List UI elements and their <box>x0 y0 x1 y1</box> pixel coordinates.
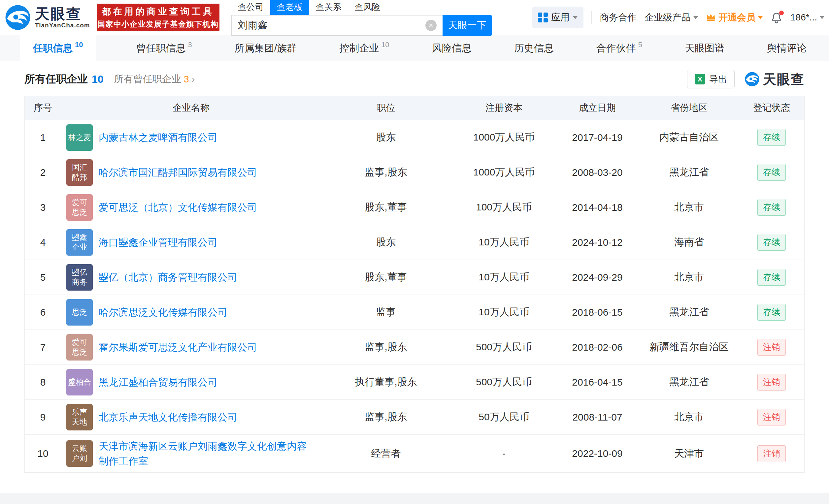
banner-line1: 都在用的商业查询工具 <box>102 6 214 17</box>
nav-tab-历史信息[interactable]: 历史信息 <box>511 35 556 61</box>
caret-down-icon <box>573 16 578 19</box>
company-logo: 林之麦 <box>66 124 93 151</box>
company-name-link[interactable]: 哈尔滨思泛文化传媒有限公司 <box>99 305 227 320</box>
status-badge: 存续 <box>757 129 786 146</box>
export-label: 导出 <box>709 73 727 85</box>
row-number: 2 <box>25 155 61 190</box>
capital-cell: 10万人民币 <box>451 225 557 260</box>
caret-down-icon <box>758 16 763 19</box>
vip-upgrade-link[interactable]: 开通会员 <box>706 11 763 24</box>
company-name-link[interactable]: 天津市滨海新区云账户刘雨鑫数字文化创意内容制作工作室 <box>99 439 314 468</box>
company-logo: 乐声天地 <box>66 404 93 430</box>
notification-dot <box>779 10 784 15</box>
former-positions-link[interactable]: 所有曾任职企业 3 › <box>114 73 195 86</box>
nav-tab-label: 所属集团/族群 <box>235 42 297 55</box>
search-tab-查风险[interactable]: 查风险 <box>348 0 387 15</box>
company-logo: 曌亿商务 <box>66 264 93 290</box>
position-cell: 监事,股东 <box>321 155 451 190</box>
tianyancha-logo[interactable]: 天眼查 TianYanCha.com <box>5 4 90 31</box>
nav-tab-舆情评论[interactable]: 舆情评论 <box>764 35 809 61</box>
excel-icon: X <box>695 74 705 84</box>
column-header: 成立日期 <box>557 96 638 120</box>
nav-tab-曾任职信息[interactable]: 曾任职信息3 <box>134 35 195 61</box>
table-row: 9乐声天地北京乐声天地文化传播有限公司监事,股东50万人民币2008-11-07… <box>25 399 804 434</box>
nav-tab-count: 10 <box>381 41 389 49</box>
nav-tab-count: 5 <box>638 41 642 49</box>
column-header: 企业名称 <box>61 96 321 120</box>
status-cell: 存续 <box>740 190 803 225</box>
company-name-link[interactable]: 海口曌鑫企业管理有限公司 <box>99 235 217 250</box>
business-coop-link[interactable]: 商务合作 <box>600 11 637 24</box>
company-cell: 乐声天地北京乐声天地文化传播有限公司 <box>61 400 321 434</box>
row-number: 4 <box>25 225 61 260</box>
company-logo: 国汇酷邦 <box>66 159 93 186</box>
apps-menu[interactable]: 应用 <box>532 7 583 28</box>
date-cell: 2008-11-07 <box>557 400 638 434</box>
company-logo-text: 国汇 <box>72 163 87 172</box>
search-tab-查公司[interactable]: 查公司 <box>231 0 270 15</box>
nav-tab-所属集团/族群[interactable]: 所属集团/族群 <box>232 35 299 61</box>
section-title: 所有任职企业 <box>25 72 88 86</box>
capital-cell: 1000万人民币 <box>451 120 557 155</box>
export-button[interactable]: X 导出 <box>687 70 734 88</box>
capital-cell: 10万人民币 <box>451 295 557 329</box>
nav-tab-bar: 任职信息10曾任职信息3所属集团/族群控制企业10风险信息历史信息合作伙伴5天眼… <box>0 35 829 61</box>
watermark-brand: 天眼查 <box>745 70 804 88</box>
status-cell: 存续 <box>740 295 803 329</box>
position-cell: 股东 <box>321 120 451 155</box>
enterprise-products-link[interactable]: 企业级产品 <box>645 11 698 24</box>
company-name-link[interactable]: 爱可思泛（北京）文化传媒有限公司 <box>99 200 257 215</box>
positions-table: 序号企业名称职位注册资本成立日期省份地区登记状态 1林之麦内蒙古林之麦啤酒有限公… <box>25 95 804 473</box>
company-name-link[interactable]: 哈尔滨市国汇酷邦国际贸易有限公司 <box>99 165 257 180</box>
capital-cell: - <box>451 435 557 472</box>
status-cell: 注销 <box>740 435 803 472</box>
status-badge: 存续 <box>757 269 786 286</box>
company-cell: 盛柏合黑龙江盛柏合贸易有限公司 <box>61 365 321 399</box>
company-name-link[interactable]: 内蒙古林之麦啤酒有限公司 <box>99 130 217 145</box>
search-tabs: 查公司查老板查关系查风险 <box>231 0 492 15</box>
row-number: 7 <box>25 330 61 364</box>
date-cell: 2017-04-19 <box>557 120 638 155</box>
company-name-link[interactable]: 黑龙江盛柏合贸易有限公司 <box>99 375 217 390</box>
date-cell: 2018-06-15 <box>557 295 638 329</box>
capital-cell: 1000万人民币 <box>451 155 557 190</box>
column-header: 职位 <box>321 96 451 120</box>
nav-tab-合作伙伴[interactable]: 合作伙伴5 <box>594 35 645 61</box>
status-badge: 注销 <box>757 409 786 426</box>
status-cell: 存续 <box>740 155 803 190</box>
logo-domain: TianYanCha.com <box>35 22 90 29</box>
search-button[interactable]: 天眼一下 <box>442 15 492 36</box>
column-header: 注册资本 <box>451 96 557 120</box>
column-header: 省份地区 <box>638 96 740 120</box>
column-header: 登记状态 <box>740 96 803 120</box>
company-name-link[interactable]: 霍尔果斯爱可思泛文化产业有限公司 <box>99 340 257 355</box>
search-row: 刘雨鑫 × 天眼一下 <box>231 15 492 36</box>
company-cell: 曌亿商务曌亿（北京）商务管理有限公司 <box>61 260 321 295</box>
region-cell: 天津市 <box>638 435 740 472</box>
date-cell: 2018-02-06 <box>557 330 638 364</box>
company-name-link[interactable]: 曌亿（北京）商务管理有限公司 <box>99 270 237 285</box>
nav-tab-控制企业[interactable]: 控制企业10 <box>337 35 392 61</box>
tianyancha-eye-icon <box>745 72 760 87</box>
nav-tab-任职信息[interactable]: 任职信息10 <box>20 35 96 61</box>
nav-tab-天眼图谱[interactable]: 天眼图谱 <box>682 35 727 61</box>
row-number: 1 <box>25 120 61 155</box>
status-badge: 存续 <box>757 199 786 216</box>
region-cell: 海南省 <box>638 225 740 260</box>
nav-tab-label: 控制企业 <box>339 42 379 55</box>
account-menu[interactable]: 186*... <box>790 12 824 23</box>
logo-text: 天眼查 TianYanCha.com <box>35 6 90 29</box>
notification-bell-icon[interactable] <box>770 11 783 24</box>
company-logo: 曌鑫企业 <box>66 229 93 256</box>
search-input[interactable]: 刘雨鑫 × <box>231 15 442 36</box>
company-logo: 云账户刘 <box>66 440 93 467</box>
table-row: 1林之麦内蒙古林之麦啤酒有限公司股东1000万人民币2017-04-19内蒙古自… <box>25 120 804 155</box>
company-logo-text: 曌鑫 <box>72 233 87 242</box>
clear-search-icon[interactable]: × <box>425 20 437 31</box>
search-tab-查老板[interactable]: 查老板 <box>270 0 309 15</box>
company-name-link[interactable]: 北京乐声天地文化传播有限公司 <box>99 410 237 425</box>
search-tab-查关系[interactable]: 查关系 <box>309 0 348 15</box>
watermark-brand-label: 天眼查 <box>763 70 804 88</box>
nav-tab-风险信息[interactable]: 风险信息 <box>429 35 474 61</box>
company-logo-text: 曌亿 <box>72 268 87 277</box>
